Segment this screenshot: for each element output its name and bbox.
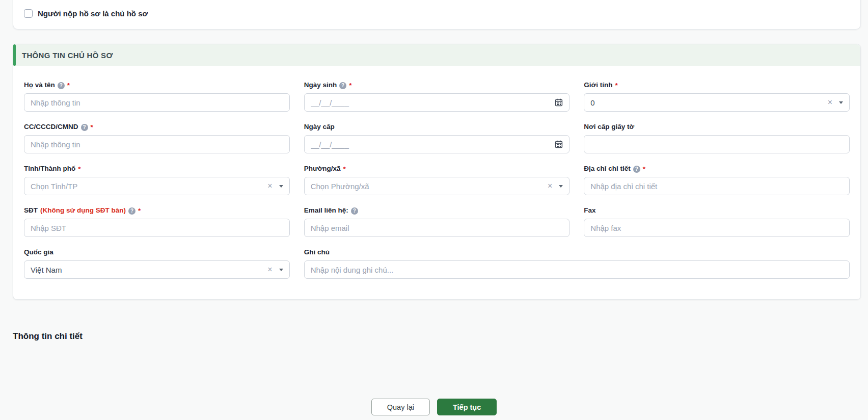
field-ward: Phường/xã * Chọn Phường/xã × bbox=[304, 165, 570, 195]
issue-place-input[interactable] bbox=[584, 135, 850, 153]
field-label: Giới tính bbox=[584, 81, 612, 90]
select-placeholder: Chọn Tỉnh/TP bbox=[31, 182, 266, 191]
clear-icon[interactable]: × bbox=[827, 98, 833, 107]
field-label: Tỉnh/Thành phố bbox=[24, 165, 75, 173]
required-asterisk: * bbox=[615, 82, 617, 89]
chevron-down-icon[interactable] bbox=[839, 101, 843, 104]
calendar-icon[interactable] bbox=[555, 140, 563, 148]
field-id-number: CC/CCCD/CMND ? * bbox=[24, 123, 290, 153]
chevron-down-icon[interactable] bbox=[279, 269, 283, 271]
required-asterisk: * bbox=[643, 165, 645, 173]
field-gender: Giới tính * 0 × bbox=[584, 81, 850, 112]
submitter-card: Người nộp hồ sơ là chủ hồ sơ bbox=[13, 0, 861, 30]
required-asterisk: * bbox=[78, 165, 80, 173]
field-label: Ngày sinh bbox=[304, 81, 337, 90]
field-country: Quốc gia Việt Nam × bbox=[24, 248, 290, 279]
help-icon[interactable]: ? bbox=[351, 207, 358, 215]
calendar-icon[interactable] bbox=[555, 98, 563, 107]
note-input[interactable] bbox=[304, 260, 850, 279]
field-label: Địa chỉ chi tiết bbox=[584, 165, 631, 173]
ward-select[interactable]: Chọn Phường/xã × bbox=[304, 177, 570, 195]
form-actions: Quay lại Tiếp tục bbox=[0, 399, 868, 415]
clear-icon[interactable]: × bbox=[266, 266, 273, 274]
back-button[interactable]: Quay lại bbox=[371, 399, 430, 415]
owner-info-card: THÔNG TIN CHỦ HỒ SƠ Họ và tên ? * Ngày s… bbox=[13, 44, 861, 300]
date-placeholder: __/__/____ bbox=[311, 140, 551, 149]
field-label: Nơi cấp giấy tờ bbox=[584, 123, 634, 132]
help-icon[interactable]: ? bbox=[58, 82, 65, 89]
full-name-input[interactable] bbox=[24, 93, 290, 112]
birth-date-input[interactable]: __/__/____ bbox=[304, 93, 570, 112]
required-asterisk: * bbox=[91, 123, 93, 131]
field-address-detail: Địa chỉ chi tiết ? * bbox=[584, 165, 850, 195]
help-icon[interactable]: ? bbox=[339, 82, 346, 89]
owner-info-form: Họ và tên ? * Ngày sinh ? * __/__/____ bbox=[13, 66, 860, 299]
field-label: SĐT bbox=[24, 206, 38, 215]
phone-input[interactable] bbox=[24, 219, 290, 237]
required-asterisk: * bbox=[343, 165, 346, 173]
details-heading: Thông tin chi tiết bbox=[13, 331, 868, 342]
field-label-warning: (Không sử dụng SĐT bàn) bbox=[40, 206, 126, 215]
field-fax: Fax bbox=[584, 206, 850, 237]
field-full-name: Họ và tên ? * bbox=[24, 81, 290, 112]
required-asterisk: * bbox=[349, 82, 351, 89]
help-icon[interactable]: ? bbox=[128, 207, 135, 215]
field-label: Email liên hệ: bbox=[304, 206, 348, 215]
field-label: CC/CCCD/CMND bbox=[24, 123, 78, 132]
field-province: Tỉnh/Thành phố * Chọn Tỉnh/TP × bbox=[24, 165, 290, 195]
header-accent-bar bbox=[13, 44, 16, 66]
field-label: Fax bbox=[584, 206, 595, 215]
chevron-down-icon[interactable] bbox=[559, 185, 563, 188]
chevron-down-icon[interactable] bbox=[279, 185, 283, 188]
id-number-input[interactable] bbox=[24, 135, 290, 153]
date-placeholder: __/__/____ bbox=[311, 98, 551, 107]
field-note: Ghi chú bbox=[304, 248, 850, 279]
continue-button[interactable]: Tiếp tục bbox=[437, 399, 497, 415]
field-label: Họ và tên bbox=[24, 81, 55, 90]
submitter-checkbox-label: Người nộp hồ sơ là chủ hồ sơ bbox=[38, 9, 148, 18]
select-placeholder: Chọn Phường/xã bbox=[311, 182, 547, 191]
submitter-is-owner-checkbox[interactable] bbox=[24, 9, 33, 18]
fax-input[interactable] bbox=[584, 219, 850, 237]
field-issue-date: Ngày cấp __/__/____ bbox=[304, 123, 570, 153]
clear-icon[interactable]: × bbox=[547, 182, 553, 190]
section-title: THÔNG TIN CHỦ HỒ SƠ bbox=[22, 51, 113, 60]
field-email: Email liên hệ: ? bbox=[304, 206, 570, 237]
issue-date-input[interactable]: __/__/____ bbox=[304, 135, 570, 153]
field-phone: SĐT (Không sử dụng SĐT bàn) ? * bbox=[24, 206, 290, 237]
required-asterisk: * bbox=[138, 207, 141, 215]
help-icon[interactable]: ? bbox=[633, 166, 640, 173]
province-select[interactable]: Chọn Tỉnh/TP × bbox=[24, 177, 290, 195]
gender-select[interactable]: 0 × bbox=[584, 93, 850, 112]
selected-value: Việt Nam bbox=[31, 266, 266, 274]
owner-info-header: THÔNG TIN CHỦ HỒ SƠ bbox=[13, 44, 860, 66]
selected-value: 0 bbox=[590, 98, 826, 107]
field-label: Quốc gia bbox=[24, 248, 53, 257]
country-select[interactable]: Việt Nam × bbox=[24, 260, 290, 279]
submitter-checkbox-row: Người nộp hồ sơ là chủ hồ sơ bbox=[24, 9, 148, 18]
field-issue-place: Nơi cấp giấy tờ bbox=[584, 123, 850, 153]
email-input[interactable] bbox=[304, 219, 570, 237]
field-label: Phường/xã bbox=[304, 165, 341, 173]
required-asterisk: * bbox=[67, 82, 70, 89]
field-label: Ngày cấp bbox=[304, 123, 335, 132]
field-label: Ghi chú bbox=[304, 248, 330, 257]
clear-icon[interactable]: × bbox=[266, 182, 273, 190]
address-detail-input[interactable] bbox=[584, 177, 850, 195]
help-icon[interactable]: ? bbox=[81, 124, 88, 131]
field-birth-date: Ngày sinh ? * __/__/____ bbox=[304, 81, 570, 112]
